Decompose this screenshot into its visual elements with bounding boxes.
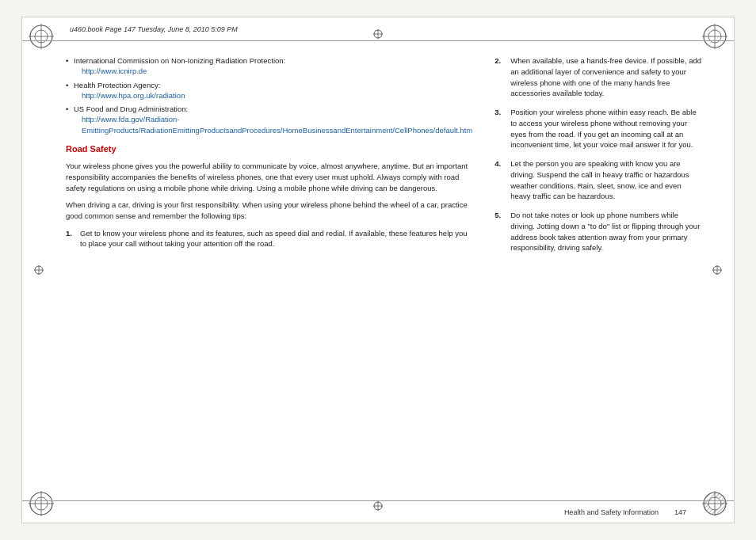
tips-list-left: 1. Get to know your wireless phone and i…	[66, 228, 472, 249]
list-item-fda: US Food and Drug Administration: http://…	[66, 104, 472, 135]
main-content: International Commission on Non-Ionizing…	[22, 41, 734, 500]
hpa-link[interactable]: http://www.hpa.org.uk/radiation	[82, 90, 472, 101]
tip-2-num: 2.	[494, 55, 507, 99]
icnirp-link[interactable]: http://www.icnirp.de	[82, 66, 472, 76]
header-text: u460.book Page 147 Tuesday, June 8, 2010…	[70, 25, 238, 33]
list-item-icnirp: International Commission on Non-Ionizing…	[66, 55, 472, 77]
tip-1-text: Get to know your wireless phone and its …	[80, 228, 472, 249]
road-safety-heading: Road Safety	[66, 143, 472, 156]
reference-list: International Commission on Non-Ionizing…	[66, 55, 472, 135]
tip-4: 4. Let the person you are speaking with …	[494, 158, 702, 202]
tip-3-num: 3.	[494, 107, 507, 150]
tip-1: 1. Get to know your wireless phone and i…	[66, 228, 472, 249]
footer-page-number: 147	[674, 508, 686, 516]
para-2: When driving a car, driving is your firs…	[66, 200, 472, 222]
tip-4-num: 4.	[494, 158, 507, 202]
fda-text: US Food and Drug Administration:	[74, 105, 188, 113]
right-column: 2. When available, use a hands-free devi…	[494, 55, 702, 486]
tip-2-text: When available, use a hands-free device.…	[510, 55, 702, 99]
left-column: International Commission on Non-Ionizing…	[66, 55, 472, 486]
tips-list-right: 2. When available, use a hands-free devi…	[494, 55, 702, 253]
tip-3: 3. Position your wireless phone within e…	[494, 107, 702, 150]
para-1: Your wireless phone gives you the powerf…	[66, 161, 472, 193]
header-bar: u460.book Page 147 Tuesday, June 8, 2010…	[22, 17, 734, 41]
page: u460.book Page 147 Tuesday, June 8, 2010…	[21, 17, 735, 523]
icnirp-text: International Commission on Non-Ionizing…	[74, 56, 285, 65]
tip-5-num: 5.	[494, 210, 507, 253]
hpa-text: Health Protection Agency:	[74, 81, 160, 89]
fda-link[interactable]: http://www.fda.gov/Radiation-EmittingPro…	[82, 114, 472, 135]
tip-5: 5. Do not take notes or look up phone nu…	[494, 210, 702, 253]
tip-1-num: 1.	[66, 228, 78, 249]
tip-3-text: Position your wireless phone within easy…	[510, 107, 702, 150]
footer-bar: Health and Safety Information 147	[22, 500, 734, 523]
tip-4-text: Let the person you are speaking with kno…	[510, 158, 702, 202]
tip-2: 2. When available, use a hands-free devi…	[494, 55, 702, 99]
list-item-hpa: Health Protection Agency: http://www.hpa…	[66, 80, 472, 101]
tip-5-text: Do not take notes or look up phone numbe…	[510, 210, 702, 253]
footer-section-label: Health and Safety Information	[564, 508, 659, 516]
